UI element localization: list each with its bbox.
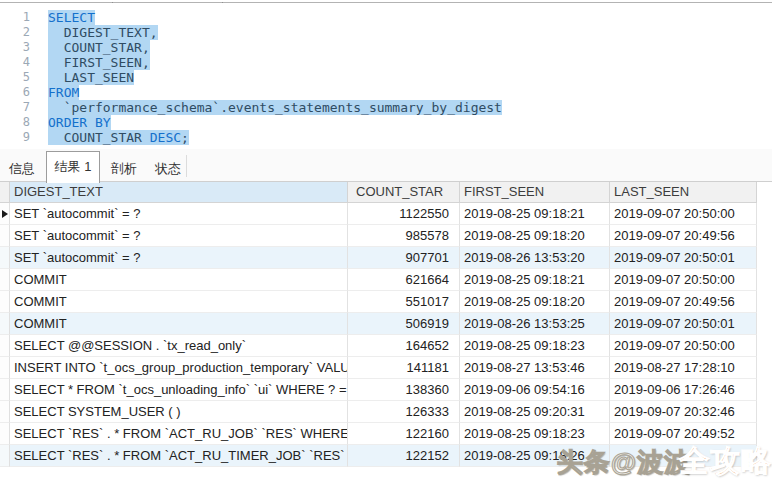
table-cell[interactable]: SELECT @@SESSION . `tx_read_only` (10, 335, 348, 357)
row-selector-gutter[interactable] (0, 247, 10, 269)
table-cell[interactable]: INSERT INTO `t_ocs_group_production_temp… (10, 357, 348, 379)
code-token: COUNT_STAR (48, 130, 150, 145)
table-cell[interactable]: SELECT `RES` . * FROM `ACT_RU_TIMER_JOB`… (10, 445, 348, 467)
code-token: COUNT_STAR, (48, 40, 150, 55)
table-cell[interactable]: 2019-09-07 20:50:01 (610, 313, 757, 335)
table-cell[interactable]: 2019-08-25 09:20:31 (460, 401, 610, 423)
row-selector-gutter[interactable] (0, 401, 10, 423)
code-token: ; (181, 130, 189, 145)
table-cell[interactable]: 122160 (348, 423, 460, 445)
table-cell[interactable]: 2019-09-06 09:54:16 (460, 379, 610, 401)
row-selector-gutter[interactable] (0, 335, 10, 357)
result-tab-bar: 信息 结果 1 剖析 状态 (0, 149, 772, 182)
table-cell[interactable]: 907701 (348, 247, 460, 269)
code-token: DESC (150, 130, 181, 145)
tab-label: 信息 (9, 161, 35, 176)
table-cell[interactable]: 985578 (348, 225, 460, 247)
table-cell[interactable]: 2019-08-25 09:18:21 (460, 269, 610, 291)
table-cell[interactable]: 2019-09-06 17:26:46 (610, 379, 757, 401)
table-cell[interactable]: COMMIT (10, 291, 348, 313)
row-selector-gutter[interactable] (0, 357, 10, 379)
table-cell[interactable]: 122152 (348, 445, 460, 467)
column-header-count-star[interactable]: COUNT_STAR (348, 182, 460, 203)
table-row[interactable]: COMMIT6216642019-08-25 09:18:212019-09-0… (0, 269, 757, 291)
code-token: LAST_SEEN (48, 70, 134, 85)
table-cell[interactable]: 2019-09-07 20:50:01 (610, 247, 757, 269)
table-cell[interactable]: SELECT `RES` . * FROM `ACT_RU_JOB` `RES`… (10, 423, 348, 445)
table-cell[interactable]: SET `autocommit` = ? (10, 225, 348, 247)
table-cell[interactable]: 1122550 (348, 203, 460, 225)
table-cell[interactable]: SELECT SYSTEM_USER ( ) (10, 401, 348, 423)
table-cell[interactable]: 2019-08-27 13:53:46 (460, 357, 610, 379)
table-cell[interactable]: 2019-08-27 17:28:10 (610, 357, 757, 379)
table-cell[interactable]: 2019-08-25 09:18:21 (460, 203, 610, 225)
table-cell[interactable]: 126333 (348, 401, 460, 423)
tab-profile[interactable]: 剖析 (102, 157, 146, 181)
line-number: 3 (0, 40, 30, 55)
table-cell[interactable]: 2019-08-25 09:18:23 (460, 335, 610, 357)
tab-info[interactable]: 信息 (0, 157, 44, 181)
table-row[interactable]: COMMIT5069192019-08-26 13:53:252019-09-0… (0, 313, 757, 335)
table-row[interactable]: INSERT INTO `t_ocs_group_production_temp… (0, 357, 757, 379)
table-cell[interactable]: COMMIT (10, 313, 348, 335)
column-header-digest-text[interactable]: DIGEST_TEXT (10, 182, 348, 203)
table-row[interactable]: SELECT * FROM `t_ocs_unloading_info` `ui… (0, 379, 757, 401)
row-selector-gutter[interactable] (0, 291, 10, 313)
table-cell[interactable]: 2019-09-07 20:49:56 (610, 291, 757, 313)
editor-code-area[interactable]: SELECT DIGEST_TEXT, COUNT_STAR, FIRST_SE… (48, 10, 502, 145)
row-selector-gutter[interactable] (0, 423, 10, 445)
table-cell[interactable]: 141181 (348, 357, 460, 379)
selection-highlight: COUNT_STAR DESC; (48, 130, 189, 145)
table-cell[interactable]: 2019-09-07 20:50:00 (610, 269, 757, 291)
row-selector-gutter[interactable] (0, 203, 10, 225)
table-cell[interactable]: 2019-08-25 09:18:20 (460, 225, 610, 247)
table-cell[interactable]: 164652 (348, 335, 460, 357)
line-number: 5 (0, 70, 30, 85)
table-cell[interactable]: 2019-09-07 20:49:56 (610, 225, 757, 247)
table-cell[interactable]: 2019-08-25 09:18:20 (460, 291, 610, 313)
table-cell[interactable]: 621664 (348, 269, 460, 291)
code-token: SELECT (48, 10, 95, 25)
table-cell[interactable]: 2019-09-07 20:50:00 (610, 203, 757, 225)
code-token: FROM (48, 85, 79, 100)
table-cell[interactable]: 2019-09-07 20:50:00 (610, 335, 757, 357)
line-number: 9 (0, 130, 30, 145)
grid-header-gutter (0, 182, 10, 203)
table-cell[interactable]: 2019-09-07 20:32:46 (610, 401, 757, 423)
code-line: DIGEST_TEXT, (48, 25, 502, 40)
table-row[interactable]: SELECT SYSTEM_USER ( )1263332019-08-25 0… (0, 401, 757, 423)
table-cell[interactable]: 506919 (348, 313, 460, 335)
table-row[interactable]: SET `autocommit` = ?11225502019-08-25 09… (0, 203, 757, 225)
table-cell[interactable]: 2019-08-26 13:53:20 (460, 247, 610, 269)
row-selector-gutter[interactable] (0, 313, 10, 335)
column-header-last-seen[interactable]: LAST_SEEN (610, 182, 757, 203)
sql-editor[interactable]: 123456789 SELECT DIGEST_TEXT, COUNT_STAR… (0, 3, 772, 149)
table-row[interactable]: SET `autocommit` = ?9855782019-08-25 09:… (0, 225, 757, 247)
table-cell[interactable]: COMMIT (10, 269, 348, 291)
selection-highlight: LAST_SEEN (48, 70, 134, 85)
table-cell[interactable]: 138360 (348, 379, 460, 401)
row-selector-gutter[interactable] (0, 445, 10, 467)
row-selector-gutter[interactable] (0, 379, 10, 401)
editor-line-numbers: 123456789 (0, 10, 30, 145)
table-row[interactable]: SELECT @@SESSION . `tx_read_only`1646522… (0, 335, 757, 357)
code-line: ORDER BY (48, 115, 502, 130)
tab-status[interactable]: 状态 (146, 157, 190, 181)
table-cell[interactable]: SELECT * FROM `t_ocs_unloading_info` `ui… (10, 379, 348, 401)
code-line: `performance_schema`.events_statements_s… (48, 100, 502, 115)
tab-result-1[interactable]: 结果 1 (46, 151, 100, 183)
table-row[interactable]: COMMIT5510172019-08-25 09:18:202019-09-0… (0, 291, 757, 313)
table-row[interactable]: SET `autocommit` = ?9077012019-08-26 13:… (0, 247, 757, 269)
table-cell[interactable]: 551017 (348, 291, 460, 313)
table-cell[interactable]: 2019-08-26 13:53:25 (460, 313, 610, 335)
table-cell[interactable]: SET `autocommit` = ? (10, 203, 348, 225)
column-header-first-seen[interactable]: FIRST_SEEN (460, 182, 610, 203)
line-number: 2 (0, 25, 30, 40)
line-number: 4 (0, 55, 30, 70)
code-token: `performance_schema`.events_statements_s… (48, 100, 502, 115)
table-cell[interactable]: SET `autocommit` = ? (10, 247, 348, 269)
line-number: 8 (0, 115, 30, 130)
row-selector-gutter[interactable] (0, 225, 10, 247)
row-selector-gutter[interactable] (0, 269, 10, 291)
code-line: COUNT_STAR, (48, 40, 502, 55)
